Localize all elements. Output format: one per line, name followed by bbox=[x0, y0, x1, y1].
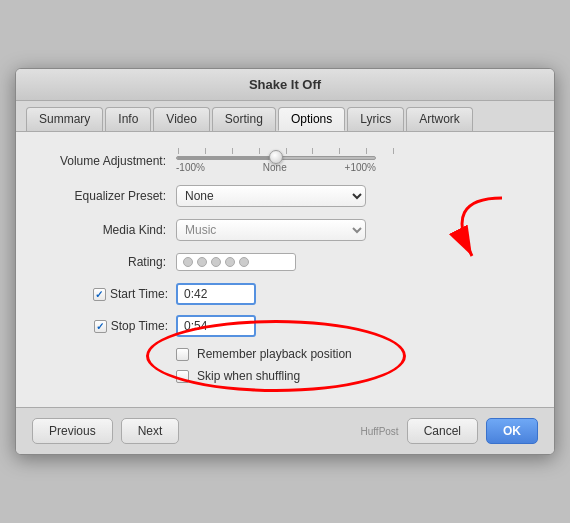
start-time-label-container: Start Time: bbox=[36, 287, 176, 301]
rating-dot-1[interactable] bbox=[183, 257, 193, 267]
options-content: Volume Adjustment: bbox=[16, 132, 554, 407]
ok-button[interactable]: OK bbox=[486, 418, 538, 444]
rating-row: Rating: bbox=[36, 253, 534, 271]
tab-lyrics[interactable]: Lyrics bbox=[347, 107, 404, 131]
previous-button[interactable]: Previous bbox=[32, 418, 113, 444]
volume-slider-area: -100% None +100% bbox=[176, 148, 534, 173]
skip-row: Skip when shuffling bbox=[176, 369, 534, 383]
remember-row: Remember playback position bbox=[176, 347, 534, 361]
media-kind-row: Media Kind: Music bbox=[36, 219, 534, 241]
tab-sorting[interactable]: Sorting bbox=[212, 107, 276, 131]
cancel-button[interactable]: Cancel bbox=[407, 418, 478, 444]
start-time-row: Start Time: bbox=[36, 283, 534, 305]
equalizer-row: Equalizer Preset: None bbox=[36, 185, 534, 207]
volume-max-label: +100% bbox=[345, 162, 376, 173]
stop-time-label-container: Stop Time: bbox=[36, 319, 176, 333]
rating-control[interactable] bbox=[176, 253, 296, 271]
tab-info[interactable]: Info bbox=[105, 107, 151, 131]
rating-label: Rating: bbox=[36, 255, 176, 269]
huffpost-watermark: HuffPost bbox=[360, 426, 398, 437]
rating-dot-5[interactable] bbox=[239, 257, 249, 267]
volume-slider[interactable] bbox=[176, 156, 376, 160]
equalizer-select[interactable]: None bbox=[176, 185, 366, 207]
tab-video[interactable]: Video bbox=[153, 107, 209, 131]
slider-ticks bbox=[176, 148, 396, 154]
remember-checkbox[interactable] bbox=[176, 348, 189, 361]
window-title: Shake It Off bbox=[249, 77, 321, 92]
rating-dot-3[interactable] bbox=[211, 257, 221, 267]
stop-time-row: Stop Time: bbox=[36, 315, 534, 337]
stop-time-input[interactable] bbox=[176, 315, 256, 337]
media-kind-label: Media Kind: bbox=[36, 223, 176, 237]
tab-options[interactable]: Options bbox=[278, 107, 345, 131]
tab-summary[interactable]: Summary bbox=[26, 107, 103, 131]
remember-label: Remember playback position bbox=[197, 347, 352, 361]
start-time-checkbox[interactable] bbox=[93, 288, 106, 301]
tab-bar: Summary Info Video Sorting Options Lyric… bbox=[16, 101, 554, 132]
window-titlebar: Shake It Off bbox=[16, 69, 554, 101]
rating-dot-2[interactable] bbox=[197, 257, 207, 267]
footer-left: Previous Next bbox=[32, 418, 179, 444]
skip-label: Skip when shuffling bbox=[197, 369, 300, 383]
next-button[interactable]: Next bbox=[121, 418, 180, 444]
tab-artwork[interactable]: Artwork bbox=[406, 107, 473, 131]
equalizer-value: None bbox=[176, 185, 534, 207]
skip-checkbox[interactable] bbox=[176, 370, 189, 383]
footer-right: HuffPost Cancel OK bbox=[360, 418, 538, 444]
media-kind-select[interactable]: Music bbox=[176, 219, 366, 241]
volume-label: Volume Adjustment: bbox=[36, 154, 176, 168]
rating-dot-4[interactable] bbox=[225, 257, 235, 267]
equalizer-label: Equalizer Preset: bbox=[36, 189, 176, 203]
start-time-input[interactable] bbox=[176, 283, 256, 305]
volume-adjustment-row: Volume Adjustment: bbox=[36, 148, 534, 173]
stop-time-label: Stop Time: bbox=[111, 319, 168, 333]
stop-time-checkbox[interactable] bbox=[94, 320, 107, 333]
start-time-label: Start Time: bbox=[110, 287, 168, 301]
footer: Previous Next HuffPost Cancel OK bbox=[16, 407, 554, 454]
volume-min-label: -100% bbox=[176, 162, 205, 173]
